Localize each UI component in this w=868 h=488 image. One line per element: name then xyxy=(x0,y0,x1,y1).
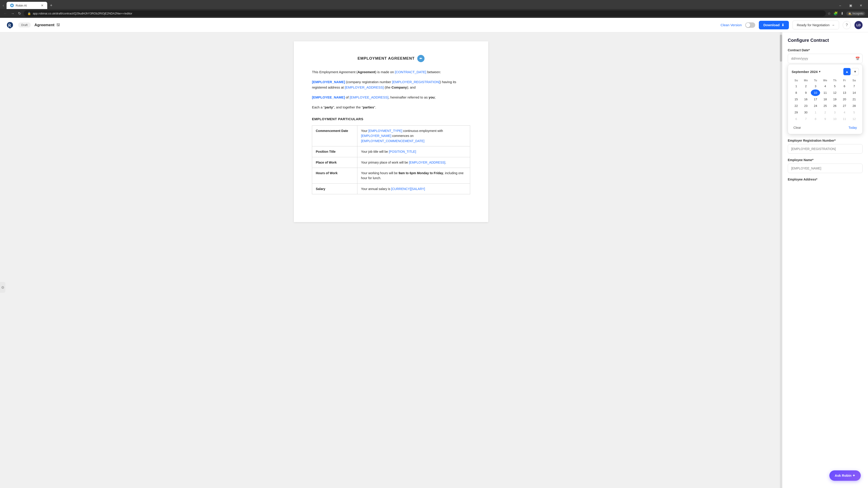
cal-day-oct-4[interactable]: 4 xyxy=(840,109,849,116)
salary-link[interactable]: [CURRENCY][SALARY] xyxy=(391,187,425,191)
browser-chrome: ‹ Robin AI ✕ + – ▣ ✕ ← → ↻ 🔒 app.robinai… xyxy=(0,0,868,18)
employer-name-link2[interactable]: [EMPLOYER_NAME] xyxy=(361,134,391,138)
day-header-mo: Mo xyxy=(801,78,811,83)
cal-day-6[interactable]: 6 xyxy=(840,83,849,90)
employee-name-link[interactable]: [EMPLOYEE_NAME] xyxy=(312,95,345,99)
maximize-button[interactable]: ▣ xyxy=(845,2,856,9)
calendar-icon[interactable]: 📅 xyxy=(855,57,860,61)
ask-robin-button[interactable]: Ask Robin ✦ xyxy=(829,470,861,481)
back-button[interactable]: ‹ xyxy=(2,2,5,8)
table-value-place: Your primary place of work will be [EMPL… xyxy=(358,157,470,168)
today-button[interactable]: Today xyxy=(847,125,859,130)
cal-day-11[interactable]: 11 xyxy=(820,90,830,96)
cal-day-25[interactable]: 25 xyxy=(820,103,830,109)
refresh-button[interactable]: ↻ xyxy=(17,10,22,17)
edit-title-icon[interactable]: ✏ xyxy=(417,55,425,62)
scrollbar-track[interactable] xyxy=(780,32,782,488)
extensions-icon[interactable]: 🧩 xyxy=(833,11,838,15)
cal-day-3[interactable]: 3 xyxy=(811,83,820,90)
cal-day-18[interactable]: 18 xyxy=(820,96,830,103)
user-avatar[interactable]: LD xyxy=(855,21,863,29)
close-button[interactable]: ✕ xyxy=(856,2,866,9)
prev-month-button[interactable]: ▲ xyxy=(843,68,850,75)
cal-day-27[interactable]: 27 xyxy=(840,103,849,109)
cal-day-5[interactable]: 5 xyxy=(830,83,839,90)
cal-day-12[interactable]: 12 xyxy=(830,90,839,96)
employer-address-link[interactable]: [EMPLOYER_ADDRESS] xyxy=(345,86,384,89)
position-title-link[interactable]: [POSITION_TITLE] xyxy=(389,150,416,153)
cal-day-30[interactable]: 30 xyxy=(801,109,811,116)
back-nav-button[interactable]: ← xyxy=(3,11,8,17)
cal-day-oct-2[interactable]: 2 xyxy=(820,109,830,116)
cal-day-10[interactable]: 10 xyxy=(811,90,820,96)
cal-day-21[interactable]: 21 xyxy=(849,96,859,103)
panel-title: Configure Contract xyxy=(788,38,863,43)
cal-day-oct-11[interactable]: 11 xyxy=(840,116,849,122)
cal-day-oct-8[interactable]: 8 xyxy=(811,116,820,122)
cal-day-17[interactable]: 17 xyxy=(811,96,820,103)
cal-day-oct-7[interactable]: 7 xyxy=(801,116,811,122)
cal-day-13[interactable]: 13 xyxy=(840,90,849,96)
cal-day-oct-10[interactable]: 10 xyxy=(830,116,839,122)
cal-day-9[interactable]: 9 xyxy=(801,90,811,96)
table-value-commencement: Your [EMPLOYMENT_TYPE] continuous employ… xyxy=(358,126,470,147)
doc-save-icon[interactable]: 🖫 xyxy=(56,23,60,27)
tab-favicon xyxy=(10,4,14,7)
cal-day-oct-3[interactable]: 3 xyxy=(830,109,839,116)
employer-reg-link[interactable]: [EMPLOYER_REGISTRATION] xyxy=(392,80,440,84)
cal-day-oct-12[interactable]: 12 xyxy=(849,116,859,122)
cal-day-8[interactable]: 8 xyxy=(792,90,801,96)
contract-date-link[interactable]: [CONTRACT_DATE] xyxy=(395,70,426,74)
cal-day-oct-5[interactable]: 5 xyxy=(849,109,859,116)
place-address-link[interactable]: [EMPLOYER_ADDRESS] xyxy=(409,161,445,164)
contract-date-input[interactable] xyxy=(788,54,863,63)
active-tab[interactable]: Robin AI ✕ xyxy=(6,2,47,9)
cal-day-2[interactable]: 2 xyxy=(801,83,811,90)
next-month-button[interactable]: ▼ xyxy=(851,68,859,75)
help-button[interactable]: ? xyxy=(843,21,851,29)
cal-day-oct-9[interactable]: 9 xyxy=(820,116,830,122)
download-button[interactable]: Download ⬇ xyxy=(759,21,789,29)
url-bar[interactable]: 🔒 app.robinai.co.uk/draft/contract/Q29ud… xyxy=(24,10,826,17)
tab-close-button[interactable]: ✕ xyxy=(41,4,43,7)
forward-nav-button[interactable]: → xyxy=(10,11,16,17)
day-header-th: Th xyxy=(830,78,839,83)
clean-version-button[interactable]: Clean Version xyxy=(721,23,742,27)
scrollbar-thumb[interactable] xyxy=(780,35,782,62)
cal-day-28[interactable]: 28 xyxy=(849,103,859,109)
clear-date-button[interactable]: Clear xyxy=(792,125,803,130)
cal-day-14[interactable]: 14 xyxy=(849,90,859,96)
employee-address-link[interactable]: [EMPLOYEE_ADDRESS] xyxy=(350,95,389,99)
cal-day-23[interactable]: 23 xyxy=(801,103,811,109)
commencement-date-link[interactable]: [EMPLOYMENT_COMMENCEMENT_DATE] xyxy=(361,139,425,143)
employee-name-input[interactable] xyxy=(788,164,863,173)
new-tab-button[interactable]: + xyxy=(48,2,54,9)
ready-for-negotiation-button[interactable]: Ready for Negotiation → xyxy=(793,21,839,29)
cal-day-26[interactable]: 26 xyxy=(830,103,839,109)
clean-version-toggle[interactable] xyxy=(745,22,755,28)
download-icon[interactable]: ⬇ xyxy=(841,11,844,15)
employment-type-link[interactable]: [EMPLOYMENT_TYPE] xyxy=(368,129,402,133)
cal-day-oct-1[interactable]: 1 xyxy=(811,109,820,116)
cal-day-16[interactable]: 16 xyxy=(801,96,811,103)
cal-day-20[interactable]: 20 xyxy=(840,96,849,103)
employer-name-link[interactable]: [EMPLOYER_NAME] xyxy=(312,80,345,84)
table-value-salary: Your annual salary is [CURRENCY][SALARY] xyxy=(358,184,470,194)
bookmark-icon[interactable]: ☆ xyxy=(828,11,831,15)
cal-day-7[interactable]: 7 xyxy=(849,83,859,90)
cal-day-24[interactable]: 24 xyxy=(811,103,820,109)
cal-day-4[interactable]: 4 xyxy=(820,83,830,90)
calendar-month[interactable]: September 2024 ▾ xyxy=(792,70,820,74)
cal-day-oct-6[interactable]: 6 xyxy=(792,116,801,122)
cal-day-15[interactable]: 15 xyxy=(792,96,801,103)
calendar-week-2: 8 9 10 11 12 13 14 xyxy=(792,90,859,96)
minimize-button[interactable]: – xyxy=(835,2,845,9)
table-label-position: Position Title xyxy=(312,147,358,157)
day-header-tu: Tu xyxy=(811,78,820,83)
employer-reg-input[interactable] xyxy=(788,144,863,154)
cal-day-19[interactable]: 19 xyxy=(830,96,839,103)
cal-day-1[interactable]: 1 xyxy=(792,83,801,90)
sidebar-toggle-button[interactable]: ⚙ xyxy=(0,282,5,293)
cal-day-29[interactable]: 29 xyxy=(792,109,801,116)
cal-day-22[interactable]: 22 xyxy=(792,103,801,109)
